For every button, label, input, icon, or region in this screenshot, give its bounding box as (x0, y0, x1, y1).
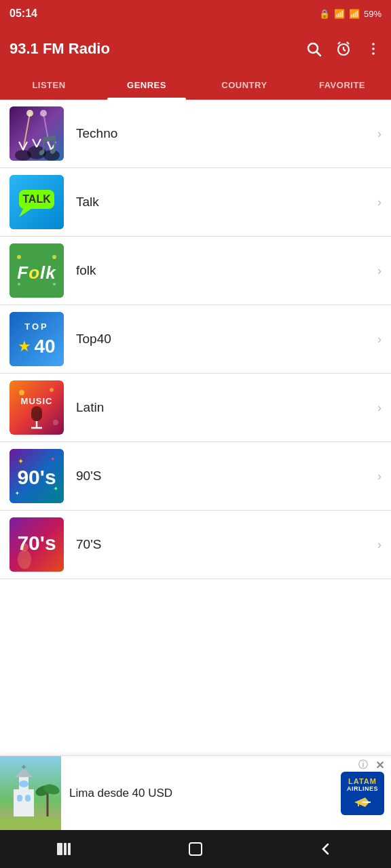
svg-line-22 (48, 142, 52, 150)
nav-back-button[interactable] (261, 830, 391, 868)
latin-thumb: MUSIC (10, 380, 64, 435)
svg-line-5 (338, 42, 340, 44)
ad-banner: ⓘ ✕ (0, 755, 391, 830)
tab-genres[interactable]: GENRES (98, 71, 196, 100)
svg-text:TALK: TALK (22, 193, 51, 205)
app-bar: 93.1 FM Radio (0, 27, 391, 71)
list-item[interactable]: TOP ★ 40 Top40 › (0, 305, 391, 374)
svg-point-12 (27, 146, 46, 159)
tab-country[interactable]: COUNTRY (196, 71, 293, 100)
ad-thumbnail (0, 756, 61, 830)
svg-line-23 (52, 142, 56, 150)
svg-point-13 (43, 150, 60, 161)
svg-rect-65 (17, 795, 22, 802)
list-item[interactable]: 70's 70'S › (0, 511, 391, 579)
top40-thumb: TOP ★ 40 (10, 312, 64, 366)
talk-label: Talk (76, 195, 372, 210)
svg-rect-72 (189, 843, 202, 855)
svg-text:✦: ✦ (15, 490, 20, 496)
svg-point-55 (20, 543, 29, 551)
svg-point-54 (18, 550, 31, 569)
status-time: 05:14 (10, 7, 37, 20)
90s-chevron: › (377, 469, 381, 484)
top40-label: Top40 (76, 332, 372, 347)
app-title: 93.1 FM Radio (10, 40, 110, 58)
more-menu-button[interactable] (365, 41, 381, 57)
70s-thumb: 70's (10, 517, 64, 572)
battery-icon: 59% (364, 9, 381, 19)
svg-point-32 (18, 283, 20, 285)
list-item[interactable]: Techno › (0, 100, 391, 168)
status-bar: 05:14 🔒 📶 📶 59% (0, 0, 391, 27)
folk-thumb: Folk (10, 243, 64, 298)
status-icons: 🔒 📶 📶 59% (319, 9, 381, 19)
nav-bar (0, 830, 391, 868)
svg-point-9 (372, 52, 375, 55)
wifi-icon: 📶 (334, 9, 345, 19)
genre-list: Techno › TALK Talk › (0, 100, 391, 579)
ad-logo: LATAM AIRLINES (341, 772, 384, 815)
folk-chevron: › (377, 264, 381, 278)
svg-point-43 (19, 390, 24, 395)
svg-line-6 (347, 42, 349, 44)
svg-rect-67 (19, 781, 29, 787)
ad-logo-text: AIRLINES (347, 785, 378, 793)
svg-rect-71 (68, 843, 71, 855)
alarm-button[interactable] (335, 41, 352, 57)
ad-logo-brand: LATAM (348, 777, 377, 785)
svg-point-8 (372, 47, 375, 50)
svg-text:90's: 90's (17, 466, 56, 488)
techno-label: Techno (76, 126, 372, 141)
top40-chevron: › (377, 332, 381, 347)
ad-close-button[interactable]: ✕ (375, 759, 384, 772)
techno-thumb (10, 106, 64, 161)
ad-content: Lima desde 40 USD (61, 787, 341, 800)
list-item[interactable]: MUSIC Latin › (0, 374, 391, 442)
signal-icon: 📶 (349, 9, 360, 19)
latin-chevron: › (377, 401, 381, 415)
svg-text:✦: ✦ (50, 456, 56, 462)
techno-chevron: › (377, 127, 381, 141)
talk-chevron: › (377, 195, 381, 210)
search-button[interactable] (305, 41, 322, 57)
90s-thumb: ✦ ✦ ✦ ✦ 90's (10, 449, 64, 503)
svg-point-7 (372, 43, 375, 45)
svg-text:TOP: TOP (24, 321, 49, 332)
svg-point-45 (53, 420, 58, 425)
ad-info-icon[interactable]: ⓘ (358, 759, 368, 771)
tab-favorite[interactable]: FAVORITE (293, 71, 391, 100)
svg-point-16 (26, 110, 33, 117)
svg-rect-69 (57, 843, 62, 855)
list-item[interactable]: Folk folk › (0, 237, 391, 305)
tab-bar: LISTEN GENRES COUNTRY FAVORITE (0, 71, 391, 100)
nav-home-button[interactable] (130, 830, 261, 868)
list-item[interactable]: TALK Talk › (0, 168, 391, 237)
svg-rect-60 (14, 789, 34, 816)
svg-point-30 (17, 255, 21, 259)
list-item[interactable]: ✦ ✦ ✦ ✦ 90's 90'S › (0, 442, 391, 511)
tab-listen[interactable]: LISTEN (0, 71, 98, 100)
latin-label: Latin (76, 400, 372, 415)
svg-rect-66 (25, 795, 31, 802)
svg-point-33 (53, 283, 56, 285)
90s-label: 90'S (76, 469, 372, 484)
svg-text:MUSIC: MUSIC (21, 396, 53, 406)
svg-point-44 (50, 388, 54, 392)
svg-point-17 (40, 110, 47, 117)
app-bar-actions (305, 41, 381, 57)
svg-text:✦: ✦ (18, 457, 24, 465)
svg-rect-68 (0, 818, 61, 830)
svg-line-4 (343, 50, 346, 51)
svg-line-1 (317, 52, 321, 56)
lock-icon: 🔒 (319, 9, 330, 19)
svg-rect-70 (64, 843, 67, 855)
nav-menu-button[interactable] (0, 830, 130, 868)
svg-point-31 (52, 255, 56, 259)
folk-label: folk (76, 263, 372, 278)
svg-text:Folk: Folk (17, 262, 56, 283)
70s-chevron: › (377, 538, 381, 552)
svg-text:40: 40 (34, 336, 55, 357)
ad-text: Lima desde 40 USD (69, 787, 172, 800)
svg-text:★: ★ (18, 338, 31, 355)
svg-rect-40 (31, 406, 42, 421)
